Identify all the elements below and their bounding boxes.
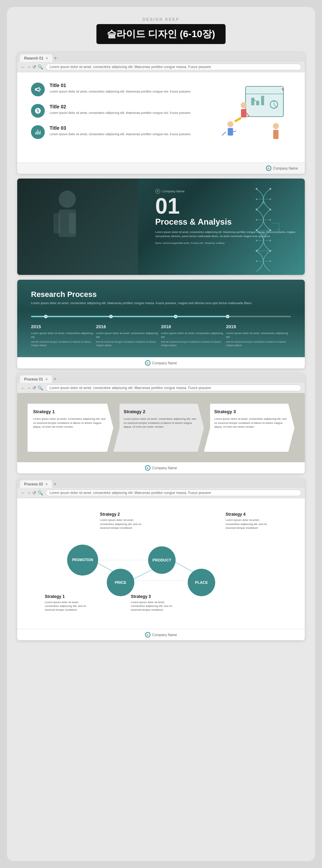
- timeline-year-2016: 2016 Lorem ipsum dolor sit amet, consect…: [96, 324, 161, 347]
- research-items: Title 01 Lorem ipsum dolor sit amet, con…: [31, 83, 208, 147]
- reload-button-r[interactable]: ↺: [32, 64, 36, 69]
- circle-product: PRODUCT: [148, 546, 176, 574]
- illustration-svg: ∿: [215, 83, 291, 151]
- svg-point-9: [241, 102, 247, 108]
- browser-window-process01: Process 01 ✕ + ← → ↺ 🔍 Lorem ipsum dolor…: [17, 373, 305, 473]
- timeline-dot-1: [44, 315, 48, 318]
- outer-container: DESIGN KEEP 슬라이드 디자인 (6-10장) Reserch 01 …: [7, 7, 315, 861]
- company-icon-5: ⊕: [145, 632, 150, 637]
- address-field-process01[interactable]: Lorem ipsum dolor sit amet, consectetur …: [46, 385, 301, 391]
- year-2015-desc2: sed do eiusmod tempor incididunt ut labo…: [31, 340, 96, 347]
- tab-process02[interactable]: Process 02 ✕: [20, 480, 52, 488]
- slide-4p-inner: Strategy 2 Lorem ipsum dolor sit amet, c…: [17, 498, 305, 629]
- research-title-3: Title 03: [50, 125, 191, 131]
- slide2-desc2: Nunc viverra imperdiet enim. Fusce est. …: [155, 241, 298, 245]
- address-field-research[interactable]: Lorem ipsum dolor sit amet, consectetur …: [46, 64, 301, 70]
- slide3-company: Company Name: [152, 361, 177, 365]
- tab-process02-close[interactable]: ✕: [45, 482, 48, 486]
- tab-process01[interactable]: Process 01 ✕: [20, 375, 52, 383]
- fourp-diagram: Strategy 2 Lorem ipsum dolor sit amet, c…: [31, 508, 291, 619]
- forward-button-p2[interactable]: →: [27, 490, 31, 495]
- research-item-3: Title 03 Lorem ipsum dolor sit amet, con…: [31, 125, 208, 139]
- timeline-years: 2015 Lorem ipsum dolor sit amet, consect…: [31, 324, 291, 347]
- svg-text:♥: ♥: [282, 87, 284, 92]
- dollar-svg: [34, 107, 41, 114]
- circle-promotion-label: PROMOTION: [72, 558, 93, 562]
- chart-icon: [31, 125, 45, 139]
- slide2-company-label: Company Name: [162, 190, 185, 193]
- year-2018-desc2: sed do eiusmod tempor incididunt ut labo…: [161, 340, 226, 347]
- timeline-dot-2: [109, 315, 113, 318]
- megaphone-svg: [34, 86, 41, 93]
- tab-research01-close[interactable]: ✕: [45, 56, 48, 60]
- slide2-content: ⊕ Company Name 01 Process & Analysis Lor…: [17, 179, 305, 275]
- slide5-content: Strategy 2 Lorem ipsum dolor sit amet, c…: [17, 498, 305, 640]
- strategy-arrows: Strategy 1 Lorem ipsum dolor sit amet, c…: [28, 404, 294, 452]
- strategy4-4p-desc: Lorem ipsum dolor sit amet, consectetur …: [226, 518, 270, 530]
- year-2016-desc1: Lorem ipsum dolor sit amet, consectetur …: [96, 331, 161, 339]
- svg-rect-3: [251, 98, 255, 105]
- strategy1-title: Strategy 1: [33, 409, 106, 414]
- strategy1-text-area: Strategy 1 Lorem ipsum dolor sit amet, c…: [45, 594, 93, 612]
- slide3-footer: ⊕ Company Name: [17, 357, 305, 368]
- slide2-desc: Lorem ipsum dolor sit amet, consectetur …: [155, 230, 298, 238]
- address-field-process02[interactable]: Lorem ipsum dolor sit amet, consectetur …: [46, 490, 301, 496]
- new-tab-button-2[interactable]: +: [53, 376, 56, 382]
- slide1-footer: ⊕ Company Name: [17, 162, 305, 174]
- slide5-footer: ⊕ Company Name: [17, 629, 305, 640]
- strategy1-4p-title: Strategy 1: [45, 594, 93, 599]
- circle-product-label: PRODUCT: [153, 558, 171, 562]
- research-desc-1: Lorem ipsum dolor sit amet, consectetur …: [50, 89, 191, 94]
- strategy-arrow-2: Strategy 2 Lorem ipsum dolor sit amet, c…: [113, 404, 204, 452]
- slide-strategy-inner: Strategy 1 Lorem ipsum dolor sit amet, c…: [17, 393, 305, 462]
- svg-line-15: [233, 131, 236, 132]
- year-2016-label: 2016: [96, 324, 161, 329]
- research-text-3: Title 03 Lorem ipsum dolor sit amet, con…: [50, 125, 191, 137]
- nav-buttons-process01: ← → ↺ 🔍: [21, 385, 43, 390]
- strategy2-desc: Lorem ipsum dolor sit amet, consectetur …: [124, 417, 197, 429]
- strategy3-4p-desc: Lorem ipsum dolor sit amet, consectetur …: [131, 600, 179, 612]
- chart-svg: [34, 129, 41, 136]
- tab-process01-label: Process 01: [24, 377, 43, 381]
- research-desc-2: Lorem ipsum dolor sit amet, consectetur …: [50, 111, 191, 115]
- nav-buttons-research: ← → ↺ 🔍: [21, 64, 43, 69]
- browser-window-process02: Process 02 ✕ + ← → ↺ 🔍 Lorem ipsum dolor…: [17, 478, 305, 640]
- slide-research-inner: Title 01 Lorem ipsum dolor sit amet, con…: [17, 72, 305, 162]
- strategy3-text-area: Strategy 3 Lorem ipsum dolor sit amet, c…: [131, 594, 179, 612]
- back-button-r[interactable]: ←: [21, 64, 25, 69]
- back-button-p2[interactable]: ←: [21, 490, 25, 495]
- strategy-arrow-3: Strategy 3 Lorem ipsum dolor sit amet, c…: [204, 404, 294, 452]
- research-title-1: Title 01: [50, 83, 191, 88]
- year-2016-desc2: sed do eiusmod tempor incididunt ut labo…: [96, 340, 161, 347]
- strategy3-4p-title: Strategy 3: [131, 594, 179, 599]
- nav-buttons-process02: ← → ↺ 🔍: [21, 490, 43, 495]
- strategy3-desc: Lorem ipsum dolor sit amet, consectetur …: [214, 417, 288, 429]
- back-button-p1[interactable]: ←: [21, 385, 25, 390]
- new-tab-button-1[interactable]: +: [54, 55, 57, 61]
- slide2-text-content: ⊕ Company Name 01 Process & Analysis Lor…: [17, 179, 305, 256]
- new-tab-button-3[interactable]: +: [53, 481, 56, 487]
- address-bar-research: ← → ↺ 🔍 Lorem ipsum dolor sit amet, cons…: [17, 62, 305, 72]
- timeline-bar: [31, 316, 291, 317]
- strategy2-text-area: Strategy 2 Lorem ipsum dolor sit amet, c…: [100, 512, 145, 530]
- year-2015-label: 2015: [31, 324, 96, 329]
- svg-rect-17: [273, 130, 278, 139]
- research-item-1: Title 01 Lorem ipsum dolor sit amet, con…: [31, 83, 208, 96]
- year-2019-desc2: sed do eiusmod tempor incididunt ut labo…: [226, 340, 291, 347]
- search-icon-r: 🔍: [38, 64, 43, 69]
- timeline-title: Research Process: [31, 290, 291, 299]
- tab-process01-close[interactable]: ✕: [45, 377, 48, 381]
- research-text-1: Title 01 Lorem ipsum dolor sit amet, con…: [50, 83, 191, 94]
- forward-button-p1[interactable]: →: [27, 385, 31, 390]
- circle-price-label: PRICE: [115, 580, 126, 585]
- timeline-dot-4: [226, 315, 229, 318]
- search-icon-p2: 🔍: [38, 490, 43, 495]
- reload-button-p2[interactable]: ↺: [32, 490, 36, 495]
- main-title: 슬라이드 디자인 (6-10장): [96, 24, 225, 44]
- reload-button-p1[interactable]: ↺: [32, 385, 36, 390]
- year-2019-label: 2019: [226, 324, 291, 329]
- tab-research01[interactable]: Reserch 01 ✕: [20, 54, 52, 62]
- browser-window-timeline: Research Process Lorem ipsum dolor sit a…: [17, 280, 305, 368]
- forward-button-r[interactable]: →: [27, 64, 31, 69]
- browser-window-research: Reserch 01 ✕ + ← → ↺ 🔍 Lorem ipsum dolor…: [17, 52, 305, 174]
